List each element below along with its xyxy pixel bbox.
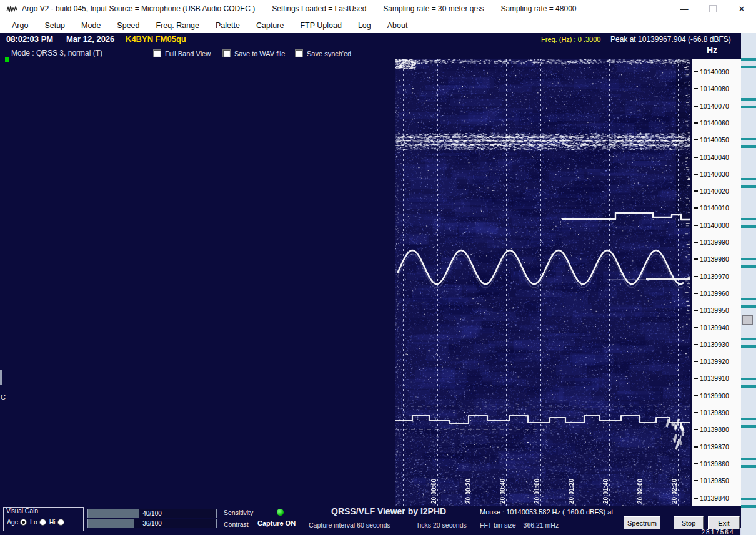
close-button[interactable]: ✕ [727, 0, 756, 17]
freq-tick-mark [694, 310, 698, 311]
freq-scale-label: 10139860 [694, 460, 729, 468]
strip-bar [741, 305, 756, 308]
freq-scale-label: 10139900 [694, 392, 729, 400]
freq-tick-mark [694, 190, 698, 192]
menu-item-ftp-upload[interactable]: FTP Upload [292, 21, 349, 30]
clock-date: Mar 12, 2026 [66, 34, 114, 44]
freq-value: 10139950 [700, 307, 729, 314]
settings-loaded-status: Settings Loaded = LastUsed [272, 4, 366, 13]
title-bar: Argo V2 - build 045, Input Source = Micr… [0, 0, 756, 17]
mode-label: Mode : QRSS 3, normal (T) [11, 49, 102, 57]
sensitivity-slider[interactable]: 40/100 [87, 509, 217, 518]
capture-interval-label: Capture interval 60 seconds [309, 521, 390, 529]
checkbox-box [295, 49, 303, 57]
freq-value: 10139980 [700, 255, 729, 263]
freq-tick-mark [694, 412, 698, 413]
menu-item-freq-range[interactable]: Freq. Range [148, 21, 207, 30]
scrollbar-thumb[interactable] [742, 315, 753, 325]
freq-tick-mark [694, 344, 698, 345]
freq-tick-mark [694, 429, 698, 430]
menu-item-setup[interactable]: Setup [36, 21, 73, 30]
sampling-rate-mode-status: Sampling rate = 30 meter qrss [383, 4, 484, 13]
checkbox-full-band-view[interactable]: Full Band View [153, 49, 211, 57]
checkbox-save-synch-ed[interactable]: Save synch'ed [295, 49, 351, 57]
strip-bar [741, 378, 756, 380]
callsign-locator: K4BYN FM05qu [126, 34, 186, 44]
hz-unit-label: Hz [707, 45, 717, 55]
freq-scale-label: 10139960 [694, 290, 729, 297]
freq-tick-mark [694, 71, 698, 72]
contrast-slider[interactable]: 36/100 [87, 519, 217, 528]
menu-item-argo[interactable]: Argo [4, 21, 36, 30]
strip-bar [741, 505, 756, 508]
app-icon [6, 4, 17, 14]
radio-lo[interactable]: Lo [30, 518, 46, 526]
radio-hi[interactable]: Hi [49, 518, 64, 526]
menu-item-speed[interactable]: Speed [109, 21, 147, 30]
freq-tick-mark [694, 258, 698, 260]
freq-scale-label: 10139990 [694, 238, 729, 246]
strip-bar [741, 66, 756, 68]
visual-gain-title: Visual Gain [6, 508, 38, 514]
freq-scale-label: 10140090 [694, 68, 729, 76]
freq-value: 10140060 [700, 119, 729, 127]
fft-bin-size-label: FFT bin size = 366.21 mHz [480, 521, 559, 529]
freq-value: 10140070 [700, 102, 729, 110]
freq-tick-mark [694, 157, 698, 158]
freq-value: 10139960 [700, 290, 729, 297]
strip-bar [741, 498, 756, 500]
window-title: Argo V2 - build 045, Input Source = Micr… [22, 4, 255, 13]
left-edge-character: C [1, 393, 6, 401]
freq-tick-mark [694, 88, 698, 89]
strip-bar [741, 298, 756, 300]
menu-item-log[interactable]: Log [350, 21, 379, 30]
freq-scale-label: 10140010 [694, 204, 729, 212]
strip-bar [741, 418, 756, 420]
radio-label: Agc [7, 518, 18, 526]
menu-item-about[interactable]: About [379, 21, 416, 30]
frequency-scale: 1014009010140080101400701014006010140050… [692, 59, 742, 506]
menu-item-palette[interactable]: Palette [207, 21, 248, 30]
freq-scale-label: 10139980 [694, 255, 729, 263]
radio-label: Lo [30, 518, 37, 526]
freq-scale-label: 10140040 [694, 154, 729, 161]
radio-agc[interactable]: Agc [7, 518, 27, 526]
freq-value: 10139890 [700, 409, 729, 416]
strip-bar [741, 145, 756, 148]
freq-value: 10140090 [700, 68, 729, 76]
freq-tick-mark [694, 395, 698, 396]
strip-bar [741, 218, 756, 220]
strip-bar [741, 425, 756, 428]
freq-scale-label: 10139950 [694, 307, 729, 314]
freq-tick-mark [694, 276, 698, 277]
freq-value: 10139990 [700, 238, 729, 246]
waterfall-display[interactable] [395, 59, 690, 506]
freq-tick-mark [694, 378, 698, 379]
strip-bar [741, 465, 756, 468]
freq-value: 10139860 [700, 460, 729, 468]
freq-tick-mark [694, 106, 698, 107]
freq-scale-label: 10139850 [694, 477, 729, 484]
freq-value: 10139900 [700, 392, 729, 400]
menu-item-capture[interactable]: Capture [248, 21, 292, 30]
strip-bar [741, 225, 756, 228]
maximize-button[interactable] [699, 0, 727, 17]
freq-scale-label: 10139890 [694, 409, 729, 416]
peak-readout: Peak at 10139967.904 (-66.8 dBFS) [610, 35, 731, 44]
minimize-button[interactable]: — [670, 0, 699, 17]
menu-item-mode[interactable]: Mode [73, 21, 109, 30]
radio-circle [57, 519, 64, 526]
freq-scale-label: 10139970 [694, 273, 729, 280]
freq-scale-label: 10139930 [694, 341, 729, 348]
strip-bar [741, 98, 756, 101]
spectrum-button[interactable]: Spectrum [624, 516, 660, 529]
freq-value: 10140000 [700, 222, 729, 229]
freq-value: 10140020 [700, 187, 729, 195]
freq-tick-mark [694, 498, 698, 499]
freq-value: 10140080 [700, 85, 729, 92]
checkbox-save-to-wav-file[interactable]: Save to WAV file [222, 49, 285, 57]
checkbox-label: Save synch'ed [307, 50, 351, 57]
freq-value: 10140050 [700, 136, 729, 144]
freq-tick-mark [694, 327, 698, 328]
strip-bar [741, 385, 756, 388]
